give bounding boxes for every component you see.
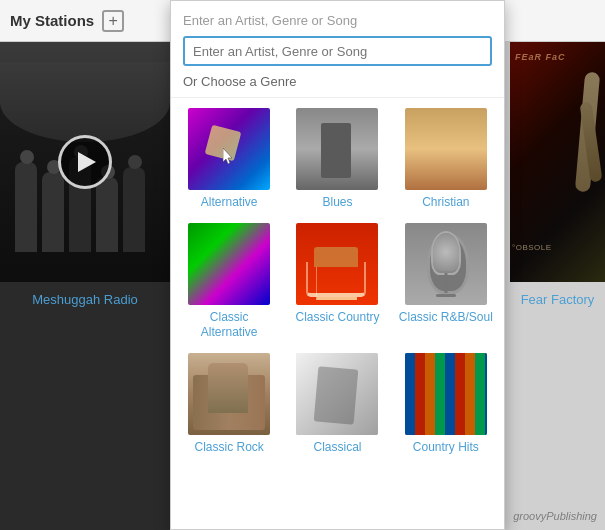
search-placeholder-label: Enter an Artist, Genre or Song — [183, 13, 492, 28]
dropdown-header: Enter an Artist, Genre or Song Or Choose… — [171, 1, 504, 98]
search-input[interactable] — [183, 36, 492, 66]
choose-genre-label: Or Choose a Genre — [183, 74, 492, 89]
watermark: groovyPublishing — [513, 510, 597, 522]
genre-thumb-classical — [296, 353, 378, 435]
genre-item-blues[interactable]: Blues — [289, 108, 385, 211]
genre-label-christian: Christian — [422, 195, 469, 211]
page-title: My Stations — [10, 12, 94, 29]
meshuggah-station-image — [0, 42, 170, 282]
genre-item-classic-country[interactable]: Classic Country — [289, 223, 385, 341]
genre-label-classic-country: Classic Country — [295, 310, 379, 326]
genre-thumb-country-hits — [405, 353, 487, 435]
genre-thumb-classic-country — [296, 223, 378, 305]
genre-label-alternative: Alternative — [201, 195, 258, 211]
genre-thumb-classic-rb — [405, 223, 487, 305]
genre-dropdown: Enter an Artist, Genre or Song Or Choose… — [170, 0, 505, 530]
genre-thumb-classic-alt — [188, 223, 270, 305]
genre-item-alternative[interactable]: Alternative — [181, 108, 277, 211]
fear-factory-overlay-text: FEaR FaC — [515, 52, 566, 62]
fear-factory-station-card: FEaR FaC °OBSOLE Fear Factory — [510, 42, 605, 342]
genre-label-country-hits: Country Hits — [413, 440, 479, 456]
genre-item-country-hits[interactable]: Country Hits — [398, 353, 494, 456]
play-icon — [78, 152, 96, 172]
genre-label-classic-rock: Classic Rock — [194, 440, 263, 456]
genre-item-classic-rock[interactable]: Classic Rock — [181, 353, 277, 456]
genre-thumb-classic-rock — [188, 353, 270, 435]
genre-label-classic-alt: ClassicAlternative — [201, 310, 258, 341]
genre-item-classical[interactable]: Classical — [289, 353, 385, 456]
fear-factory-image: FEaR FaC °OBSOLE — [510, 42, 605, 282]
mouse-cursor-icon — [223, 148, 235, 166]
genre-label-blues: Blues — [322, 195, 352, 211]
genre-thumb-alternative — [188, 108, 270, 190]
meshuggah-station-card: Meshuggah Radio — [0, 42, 170, 530]
play-button[interactable] — [58, 135, 112, 189]
genre-label-classic-rb: Classic R&B/Soul — [399, 310, 493, 326]
genre-item-classic-rb[interactable]: Classic R&B/Soul — [398, 223, 494, 341]
fear-factory-station-label[interactable]: Fear Factory — [510, 282, 605, 317]
genre-thumb-christian — [405, 108, 487, 190]
genre-item-christian[interactable]: Christian — [398, 108, 494, 211]
genre-thumb-blues — [296, 108, 378, 190]
genre-item-classic-alt[interactable]: ClassicAlternative — [181, 223, 277, 341]
meshuggah-station-label[interactable]: Meshuggah Radio — [0, 282, 170, 317]
add-station-button[interactable]: + — [102, 10, 124, 32]
genre-scroll-area[interactable]: Alternative Blues Christian ClassicAlter… — [171, 98, 504, 529]
genre-label-classical: Classical — [313, 440, 361, 456]
genre-grid: Alternative Blues Christian ClassicAlter… — [181, 108, 494, 455]
obsolete-text: °OBSOLE — [512, 243, 552, 252]
